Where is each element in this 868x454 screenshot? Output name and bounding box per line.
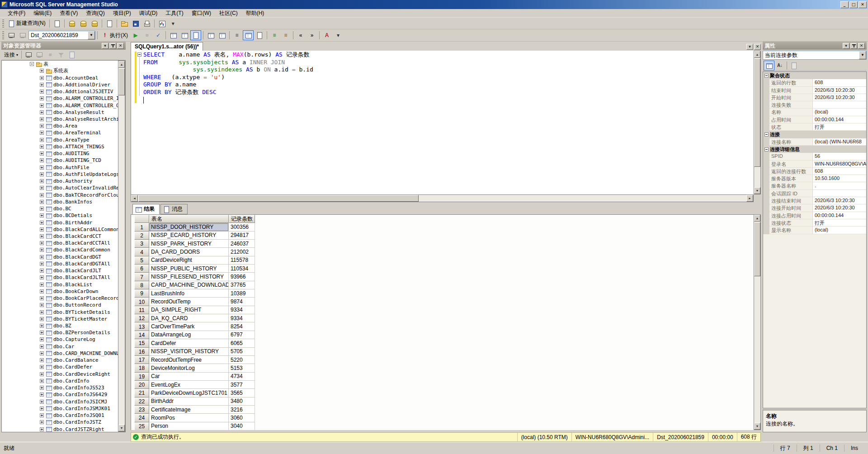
tree-item[interactable]: +dbo.Area [2, 123, 118, 129]
show-estimated-plan[interactable] [168, 30, 179, 40]
column-header[interactable]: 记录条数 [229, 215, 255, 223]
stop[interactable]: ■ [45, 50, 56, 60]
maximize-button[interactable]: □ [849, 1, 858, 8]
tree-scroll-thumb[interactable] [118, 68, 125, 95]
expand-icon[interactable]: + [40, 83, 44, 87]
table-name-cell[interactable]: Person [149, 422, 229, 430]
tree-item[interactable]: +dbo.AnalyseResult [2, 109, 118, 116]
record-count-cell[interactable]: 3577 [229, 381, 255, 389]
editor-vertical-scrollbar[interactable]: ▲ ▼ [754, 51, 761, 194]
table-name-cell[interactable]: DA_KQ_CARD [149, 314, 229, 322]
expand-icon[interactable]: + [40, 331, 44, 335]
expand-icon[interactable]: + [40, 96, 44, 100]
property-value[interactable] [813, 101, 866, 109]
available-databases-combo[interactable]: Dst_202006021859▼ [28, 31, 95, 40]
row-number-cell[interactable]: 18 [134, 364, 149, 372]
tree-item[interactable]: +dbo.CardInfoJSICMJ [2, 398, 118, 405]
alphabetical-sort-button[interactable]: A↓ [774, 61, 785, 71]
expand-icon[interactable]: + [40, 76, 44, 80]
chevron-down-icon[interactable]: ▼ [859, 51, 866, 59]
uncomment-selection[interactable]: ≡ [280, 30, 291, 40]
expand-icon[interactable]: + [40, 200, 44, 204]
table-name-cell[interactable]: RecordOutTempFree [149, 356, 229, 364]
record-count-cell[interactable]: 10389 [229, 289, 255, 298]
expand-icon[interactable]: + [40, 193, 44, 197]
editor-hscroll-thumb[interactable] [138, 195, 419, 202]
property-pages-button[interactable] [788, 61, 799, 71]
property-value[interactable]: 10.50.1600 [813, 175, 866, 182]
table-name-cell[interactable]: DA_SIMPLE_RIGHT [149, 306, 229, 314]
expand-icon[interactable]: + [40, 138, 44, 142]
expand-icon[interactable]: + [40, 213, 44, 218]
decrease-indent[interactable]: « [295, 30, 306, 40]
expand-icon[interactable]: + [40, 269, 44, 273]
tab-results[interactable]: 结果 [132, 204, 160, 214]
expand-icon[interactable]: + [40, 296, 44, 300]
expand-icon[interactable]: + [40, 207, 44, 211]
property-row[interactable]: 返回的连接行数608 [763, 168, 866, 175]
table-name-cell[interactable]: NISSP_ECARD_HISTORY [149, 232, 229, 240]
property-row[interactable]: 连接结束时间2020/6/3 10:20:30 [763, 197, 866, 204]
close-button[interactable]: ✕ [859, 1, 867, 8]
scroll-down-icon[interactable]: ▼ [118, 425, 125, 431]
query-document-tab[interactable]: SQLQuery1.s...ator (56))* [131, 42, 203, 51]
table-name-cell[interactable]: CARD_MACHINE_DOWNLOAD [149, 281, 229, 289]
record-count-cell[interactable]: 110534 [229, 265, 255, 273]
expand-icon[interactable]: + [40, 283, 44, 287]
change-connection[interactable] [17, 30, 28, 40]
property-value[interactable]: 2020/6/3 10:20:30 [813, 87, 866, 94]
results-to-grid[interactable] [243, 30, 254, 40]
menu-item-w[interactable]: 窗口(W) [188, 9, 215, 18]
menu-item-v[interactable]: 查看(V) [56, 9, 82, 18]
open-file[interactable] [119, 19, 130, 28]
row-number-cell[interactable]: 12 [134, 314, 149, 322]
table-name-cell[interactable]: CardDefer [149, 339, 229, 347]
outline-collapse-icon[interactable]: − [137, 52, 142, 57]
expand-icon[interactable]: + [40, 337, 44, 341]
tree-item[interactable]: +dbo.BlackCardCommon [2, 246, 118, 253]
table-name-cell[interactable]: NISSP_DOOR_HISTORY [149, 223, 229, 231]
table-name-cell[interactable]: RecordOutTemp [149, 298, 229, 306]
tree-item[interactable]: +dbo.BC [2, 205, 118, 212]
expand-icon[interactable]: + [40, 166, 44, 170]
property-row[interactable]: 占用时间00:00:00.144 [763, 116, 866, 123]
scroll-up-icon[interactable]: ▲ [754, 51, 760, 58]
property-value[interactable]: 2020/6/3 10:20:30 [813, 197, 866, 204]
row-number-cell[interactable]: 6 [134, 265, 149, 273]
disconnect[interactable] [34, 50, 45, 60]
tree-item[interactable]: +dbo.Car [2, 343, 118, 350]
script-wizard[interactable] [66, 50, 77, 60]
expand-icon[interactable]: - [30, 62, 34, 66]
tree-item[interactable]: +dbo.BZ [2, 322, 118, 329]
tree-item[interactable]: +dbo.BirthAddr [2, 219, 118, 226]
property-row[interactable]: 结束时间2020/6/3 10:20:30 [763, 87, 866, 94]
expand-icon[interactable]: + [40, 158, 44, 162]
property-row[interactable]: 开始时间2020/6/3 10:20:30 [763, 94, 866, 101]
debug-play[interactable]: ▶ [130, 30, 141, 40]
tree-item[interactable]: +dbo.CardInfoJSQ01 [2, 412, 118, 419]
record-count-cell[interactable]: 212002 [229, 248, 255, 256]
chevron-down-icon[interactable]: ▼ [88, 31, 95, 39]
row-number-cell[interactable]: 20 [134, 381, 149, 389]
tree-item[interactable]: +dbo.BankInfos [2, 199, 118, 205]
tree-item[interactable]: +dbo.AuthFile [2, 164, 118, 171]
results-vertical-scrollbar[interactable]: ▲ ▼ [754, 214, 761, 430]
table-name-cell[interactable]: NISSP_PARK_HISTORY [149, 240, 229, 248]
row-number-cell[interactable]: 11 [134, 306, 149, 314]
row-number-cell[interactable]: 4 [134, 248, 149, 256]
table-name-cell[interactable]: DA_CARD_DOORS [149, 248, 229, 256]
property-value[interactable]: (local) [813, 109, 866, 116]
tree-item[interactable]: +dbo.CaptureLog [2, 336, 118, 343]
expand-icon[interactable]: + [40, 310, 44, 314]
new-document[interactable] [104, 19, 115, 28]
property-category[interactable]: −连接 [763, 131, 866, 138]
record-count-cell[interactable]: 3480 [229, 397, 255, 406]
record-count-cell[interactable]: 4734 [229, 373, 255, 381]
expand-icon[interactable]: + [40, 145, 44, 149]
auto-hide-pin-icon[interactable] [850, 43, 857, 49]
row-number-cell[interactable]: 22 [134, 397, 149, 406]
scroll-down-icon[interactable]: ▼ [754, 187, 760, 194]
expand-icon[interactable]: + [40, 90, 44, 94]
table-name-cell[interactable]: NISSP_FILESEND_HISTORY [149, 273, 229, 281]
property-row[interactable]: SPID56 [763, 153, 866, 160]
